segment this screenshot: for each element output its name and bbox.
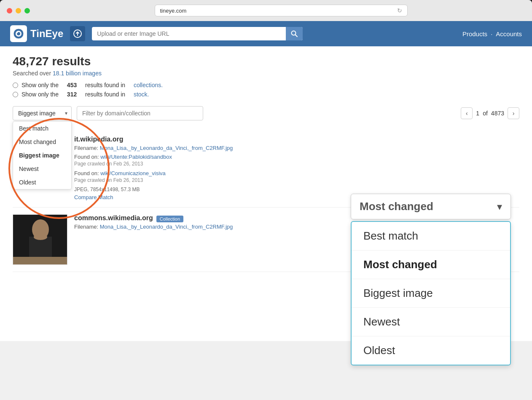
prev-page-button[interactable]: ‹ [461, 107, 473, 119]
filename-link-2[interactable]: Mona_Lisa,_by_Leonardo_da_Vinci,_from_C2… [100, 224, 233, 230]
result-domain-2: commons.wikimedia.org [74, 214, 153, 222]
large-menu-item-most-changed[interactable]: Most changed [352, 251, 510, 279]
crawled-date-1: Feb 26, 2013 [113, 161, 143, 167]
svg-line-6 [296, 35, 298, 37]
collection-badge: Collection [156, 216, 183, 222]
large-menu-item-best-match[interactable]: Best match [352, 222, 510, 251]
products-link[interactable]: Products [462, 30, 487, 37]
results-header: 48,727 results Searched over 18.1 billio… [13, 55, 519, 98]
result-found-2: Found on: wiki/Comunicazione_visiva [74, 170, 519, 176]
large-dropdown-menu: Best match Most changed Biggest image Ne… [351, 221, 511, 365]
filter-stock-prefix: Show only the [21, 91, 59, 98]
svg-point-21 [34, 234, 47, 240]
filter-stock-radio[interactable] [13, 92, 18, 97]
page-of: of [483, 110, 488, 117]
filter-stock-suffix: results found in [85, 91, 125, 98]
result-info: it.wikipedia.org Filename: Mona_Lisa,_by… [74, 136, 519, 200]
large-dropdown-arrow-icon: ▾ [497, 201, 502, 213]
result-image-2 [13, 215, 67, 257]
billion-images-link[interactable]: 18.1 billion images [53, 70, 102, 77]
filter-stock: Show only the 312 results found in stock… [13, 91, 519, 98]
result-crawled-2: Page crawled on Feb 26, 2013 [74, 177, 519, 183]
large-dropdown-overlay: Most changed ▾ Best match Most changed B… [351, 194, 511, 365]
found-on-link-2[interactable]: wiki/Comunicazione_visiva [100, 170, 166, 176]
browser-content: TinEye Products · Accounts [0, 21, 532, 400]
page-current: 1 [476, 110, 479, 117]
found-on-label: Found on: [74, 154, 99, 160]
tineye-header: TinEye Products · Accounts [0, 21, 532, 46]
window-chrome: tineye.com ↻ [0, 0, 532, 21]
search-input[interactable] [92, 27, 303, 40]
menu-item-biggest-image[interactable]: Biggest image [13, 149, 71, 162]
result-meta: JPEG, 7854x11498, 57.3 MB [74, 187, 519, 192]
search-container [92, 27, 303, 40]
sort-filter-bar: Biggest image Best match Most changed Ne… [13, 106, 519, 120]
filter-collections-prefix: Show only the [21, 82, 59, 88]
large-menu-item-newest[interactable]: Newest [352, 308, 510, 336]
close-button[interactable] [7, 8, 12, 13]
search-button[interactable] [286, 27, 303, 40]
sort-select-small[interactable]: Biggest image Best match Most changed Ne… [13, 106, 72, 120]
tineye-logo[interactable]: TinEye [10, 25, 63, 42]
accounts-link[interactable]: Accounts [496, 30, 522, 37]
pagination: ‹ 1 of 4873 › [461, 107, 519, 119]
large-sort-select-box[interactable]: Most changed ▾ [351, 194, 511, 219]
crawled-date-2: Feb 26, 2013 [113, 177, 143, 183]
sort-dropdown-menu-small: Best match Most changed Biggest image Ne… [13, 121, 72, 189]
upload-button[interactable] [70, 26, 85, 41]
logo-text: TinEye [30, 28, 63, 40]
url-text: tineye.com [160, 8, 187, 14]
crawled-label-1: Page crawled on [74, 161, 112, 167]
address-bar[interactable]: tineye.com ↻ [155, 5, 408, 16]
collections-link[interactable]: collections. [134, 82, 163, 88]
nav-separator: · [491, 30, 492, 37]
result-domain: it.wikipedia.org [74, 136, 519, 143]
logo-icon [10, 25, 27, 42]
reload-icon[interactable]: ↻ [397, 7, 402, 14]
domain-filter-input[interactable] [77, 106, 203, 120]
next-page-button[interactable]: › [508, 107, 519, 119]
large-sort-selected-label: Most changed [360, 200, 433, 213]
filter-options: Show only the 453 results found in colle… [13, 82, 519, 98]
filename-link[interactable]: Mona_Lisa,_by_Leonardo_da_Vinci,_from_C2… [100, 145, 233, 151]
search-icon [291, 30, 298, 37]
result-crawled-1: Page crawled on Feb 26, 2013 [74, 161, 519, 167]
large-menu-item-biggest-image[interactable]: Biggest image [352, 279, 510, 308]
filename-label: Filename: [74, 145, 98, 151]
header-nav: Products · Accounts [462, 30, 522, 37]
filter-collections-suffix: results found in [85, 82, 125, 88]
found-on-label-2: Found on: [74, 170, 99, 176]
result-thumbnail-2 [13, 214, 67, 265]
filename-label-2: Filename: [74, 224, 98, 230]
found-on-link[interactable]: wiki/Utente:Pablokid/sandbox [100, 154, 172, 160]
result-found-1: Found on: wiki/Utente:Pablokid/sandbox [74, 154, 519, 160]
stock-link[interactable]: stock. [134, 91, 149, 98]
filter-collections-radio[interactable] [13, 83, 18, 88]
upload-icon [73, 29, 82, 38]
maximize-button[interactable] [24, 8, 30, 13]
minimize-button[interactable] [16, 8, 21, 13]
filter-collections-count: 453 [67, 82, 77, 88]
results-count: 48,727 results [13, 55, 519, 68]
menu-item-best-match[interactable]: Best match [13, 122, 71, 135]
sort-dropdown-small: Biggest image Best match Most changed Ne… [13, 106, 72, 120]
menu-item-newest[interactable]: Newest [13, 162, 71, 176]
svg-point-3 [17, 32, 18, 33]
page-total: 4873 [491, 110, 504, 117]
logo-svg [13, 28, 24, 40]
searched-over-text: Searched over [13, 70, 51, 77]
menu-item-most-changed[interactable]: Most changed [13, 135, 71, 149]
filter-stock-count: 312 [67, 91, 77, 98]
menu-item-oldest[interactable]: Oldest [13, 176, 71, 189]
results-searched: Searched over 18.1 billion images [13, 70, 519, 77]
large-menu-item-oldest[interactable]: Oldest [352, 336, 510, 365]
crawled-label-2: Page crawled on [74, 177, 112, 183]
filter-collections: Show only the 453 results found in colle… [13, 82, 519, 88]
traffic-lights [7, 8, 30, 13]
result-filename: Filename: Mona_Lisa,_by_Leonardo_da_Vinc… [74, 145, 519, 151]
